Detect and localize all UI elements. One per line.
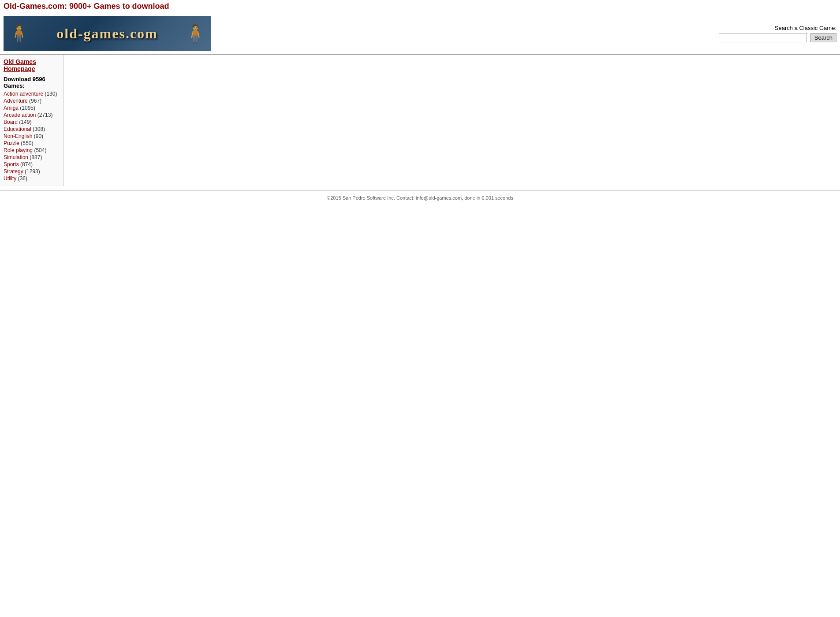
category-link[interactable]: Educational xyxy=(4,126,31,132)
category-count: (308) xyxy=(31,126,45,132)
logo-figure-left: 🧍 xyxy=(8,23,30,44)
category-link[interactable]: Arcade action xyxy=(4,112,36,118)
footer: ©2015 San Pedro Software Inc. Contact: i… xyxy=(0,190,840,205)
search-controls: Search xyxy=(719,33,836,42)
category-count: (149) xyxy=(18,119,31,125)
category-item: Puzzle (550) xyxy=(4,140,60,146)
category-item: Simulation (887) xyxy=(4,154,60,160)
page-title: Old-Games.com: 9000+ Games to download xyxy=(0,0,840,13)
category-item: Educational (308) xyxy=(4,126,60,132)
category-link[interactable]: Utility xyxy=(4,175,16,182)
category-link[interactable]: Non-English xyxy=(4,133,32,139)
category-link[interactable]: Board xyxy=(4,119,18,125)
category-count: (874) xyxy=(19,161,33,167)
category-item: Non-English (90) xyxy=(4,133,60,139)
category-link[interactable]: Role playing xyxy=(4,147,33,153)
category-link[interactable]: Sports xyxy=(4,161,19,167)
category-link[interactable]: Strategy xyxy=(4,168,23,175)
search-input[interactable] xyxy=(719,33,807,42)
category-item: Utility (36) xyxy=(4,175,60,182)
category-count: (504) xyxy=(33,147,46,153)
content: Old Games Homepage Download 9596 Games: … xyxy=(0,55,840,186)
sidebar: Old Games Homepage Download 9596 Games: … xyxy=(0,55,64,186)
search-button[interactable]: Search xyxy=(810,33,836,42)
category-item: Action adventure (130) xyxy=(4,91,60,97)
category-item: Amiga (1095) xyxy=(4,105,60,111)
category-item: Adventure (967) xyxy=(4,98,60,104)
category-list: Action adventure (130)Adventure (967)Ami… xyxy=(4,91,60,182)
search-label: Search a Classic Game: xyxy=(719,25,836,31)
main-content xyxy=(64,55,840,186)
category-item: Strategy (1293) xyxy=(4,168,60,175)
homepage-link[interactable]: Old Games Homepage xyxy=(4,58,36,72)
logo-area: 🧍 🧍 old-games.com xyxy=(4,16,211,51)
category-item: Sports (874) xyxy=(4,161,60,167)
category-link[interactable]: Puzzle xyxy=(4,140,19,146)
category-item: Role playing (504) xyxy=(4,147,60,153)
search-area: Search a Classic Game: Search xyxy=(719,25,836,42)
header: 🧍 🧍 old-games.com Search a Classic Game:… xyxy=(0,13,840,55)
download-section-title: Download 9596 Games: xyxy=(4,76,60,89)
category-count: (2713) xyxy=(36,112,52,118)
category-link[interactable]: Simulation xyxy=(4,154,28,160)
logo-figures: 🧍 🧍 xyxy=(4,23,211,44)
category-item: Board (149) xyxy=(4,119,60,125)
category-count: (887) xyxy=(28,154,42,160)
category-count: (90) xyxy=(32,133,43,139)
category-count: (36) xyxy=(16,175,27,182)
category-count: (550) xyxy=(19,140,33,146)
category-count: (1293) xyxy=(23,168,40,175)
category-count: (1095) xyxy=(19,105,35,111)
logo-figure-right: 🧍 xyxy=(184,23,206,44)
category-count: (967) xyxy=(28,98,41,104)
sidebar-homepage-link[interactable]: Old Games Homepage xyxy=(4,58,60,72)
category-link[interactable]: Action adventure xyxy=(4,91,43,97)
category-link[interactable]: Adventure xyxy=(4,98,28,104)
category-item: Arcade action (2713) xyxy=(4,112,60,118)
category-count: (130) xyxy=(43,91,57,97)
logo-image: 🧍 🧍 old-games.com xyxy=(4,16,211,51)
category-link[interactable]: Amiga xyxy=(4,105,19,111)
